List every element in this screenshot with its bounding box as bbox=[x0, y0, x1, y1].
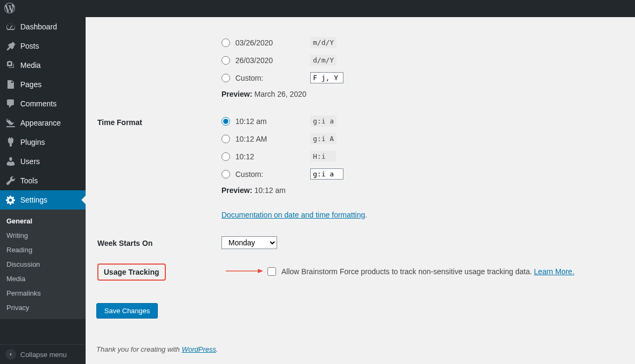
code-hint: d/m/Y bbox=[310, 55, 336, 66]
sidebar-label: Appearance bbox=[20, 119, 61, 127]
learn-more-link[interactable]: Learn More. bbox=[534, 267, 574, 276]
code-hint: H:i bbox=[310, 151, 336, 162]
date-option-mdY[interactable]: 03/26/2020 m/d/Y bbox=[221, 37, 618, 48]
sidebar-label: Dashboard bbox=[20, 22, 57, 31]
sidebar-item-comments[interactable]: Comments bbox=[0, 94, 86, 113]
comments-icon bbox=[5, 98, 16, 109]
code-hint: g:i a bbox=[310, 115, 336, 127]
radio-input[interactable] bbox=[221, 38, 230, 47]
save-button[interactable]: Save Changes bbox=[96, 303, 158, 319]
radio-input[interactable] bbox=[221, 56, 230, 65]
settings-submenu: General Writing Reading Discussion Media… bbox=[0, 210, 86, 319]
sidebar-label: Plugins bbox=[20, 138, 45, 146]
time-option-label: 10:12 am bbox=[235, 117, 310, 126]
sidebar-item-media[interactable]: Media bbox=[0, 56, 86, 75]
sidebar-label: Pages bbox=[20, 80, 42, 89]
collapse-menu[interactable]: Collapse menu bbox=[0, 344, 86, 364]
date-custom-input[interactable] bbox=[310, 72, 343, 83]
date-option-dmY[interactable]: 26/03/2020 d/m/Y bbox=[221, 55, 618, 66]
sidebar-label: Comments bbox=[20, 99, 57, 108]
sidebar-item-tools[interactable]: Tools bbox=[0, 171, 86, 190]
sidebar-label: Settings bbox=[20, 196, 48, 204]
plugins-icon bbox=[5, 137, 16, 148]
pages-icon bbox=[5, 79, 16, 90]
admin-sidebar: Dashboard Posts Media Pages Comments App… bbox=[0, 17, 86, 364]
wordpress-logo-icon[interactable] bbox=[4, 3, 15, 15]
media-icon bbox=[5, 60, 16, 71]
week-starts-select[interactable]: Monday bbox=[221, 236, 277, 249]
sidebar-label: Media bbox=[20, 61, 41, 69]
doc-link[interactable]: Documentation on date and time formattin… bbox=[221, 211, 365, 219]
sidebar-label: Users bbox=[20, 157, 40, 166]
submenu-privacy[interactable]: Privacy bbox=[0, 300, 86, 315]
time-option-Hi[interactable]: 10:12 H:i bbox=[221, 151, 618, 162]
custom-label: Custom: bbox=[235, 74, 310, 82]
usage-tracking-label: Allow Brainstorm Force products to track… bbox=[281, 267, 532, 276]
sidebar-item-posts[interactable]: Posts bbox=[0, 36, 86, 56]
arrow-icon bbox=[226, 268, 263, 276]
svg-marker-1 bbox=[258, 269, 263, 273]
sidebar-item-plugins[interactable]: Plugins bbox=[0, 133, 86, 152]
users-icon bbox=[5, 156, 16, 167]
submenu-reading[interactable]: Reading bbox=[0, 243, 86, 257]
submenu-writing[interactable]: Writing bbox=[0, 228, 86, 243]
sidebar-item-pages[interactable]: Pages bbox=[0, 75, 86, 94]
sidebar-item-users[interactable]: Users bbox=[0, 152, 86, 171]
date-option-label: 26/03/2020 bbox=[235, 56, 310, 65]
time-option-label: 10:12 bbox=[235, 152, 310, 161]
submenu-media[interactable]: Media bbox=[0, 272, 86, 286]
date-preview: Preview: March 26, 2020 bbox=[221, 90, 618, 98]
sidebar-item-appearance[interactable]: Appearance bbox=[0, 113, 86, 133]
time-option-gia[interactable]: 10:12 am g:i a bbox=[221, 115, 618, 127]
date-option-custom[interactable]: Custom: bbox=[221, 72, 618, 83]
radio-input[interactable] bbox=[221, 74, 230, 82]
radio-input[interactable] bbox=[221, 135, 230, 143]
time-option-label: 10:12 AM bbox=[235, 135, 310, 143]
sidebar-label: Tools bbox=[20, 176, 38, 185]
settings-icon bbox=[5, 195, 16, 205]
radio-input[interactable] bbox=[221, 117, 230, 126]
submenu-general[interactable]: General bbox=[0, 214, 86, 228]
custom-label: Custom: bbox=[235, 170, 310, 179]
week-starts-heading: Week Starts On bbox=[97, 228, 215, 258]
wordpress-link[interactable]: WordPress bbox=[182, 345, 216, 353]
time-preview: Preview: 10:12 am bbox=[221, 186, 618, 195]
usage-tracking-checkbox[interactable] bbox=[267, 267, 276, 276]
time-format-heading: Time Format bbox=[97, 107, 215, 227]
pin-icon bbox=[5, 41, 16, 51]
radio-input[interactable] bbox=[221, 152, 230, 161]
code-hint: m/d/Y bbox=[310, 37, 336, 48]
tools-icon bbox=[5, 175, 16, 186]
sidebar-item-dashboard[interactable]: Dashboard bbox=[0, 17, 86, 36]
code-hint: g:i A bbox=[310, 133, 336, 144]
time-custom-input[interactable] bbox=[310, 168, 343, 180]
time-option-giA[interactable]: 10:12 AM g:i A bbox=[221, 133, 618, 144]
sidebar-label: Posts bbox=[20, 42, 39, 50]
dashboard-icon bbox=[5, 21, 16, 32]
submenu-discussion[interactable]: Discussion bbox=[0, 257, 86, 272]
sidebar-item-settings[interactable]: Settings bbox=[0, 190, 86, 210]
appearance-icon bbox=[5, 118, 16, 128]
submenu-permalinks[interactable]: Permalinks bbox=[0, 286, 86, 300]
footer-note: Thank you for creating with WordPress. bbox=[96, 345, 624, 353]
content-area: 03/26/2020 m/d/Y 26/03/2020 d/m/Y Custom… bbox=[86, 17, 635, 364]
collapse-icon bbox=[5, 349, 16, 360]
usage-tracking-heading: Usage Tracking bbox=[97, 264, 166, 281]
radio-input[interactable] bbox=[221, 170, 230, 179]
date-option-label: 03/26/2020 bbox=[235, 38, 310, 47]
admin-bar bbox=[0, 0, 635, 17]
time-option-custom[interactable]: Custom: bbox=[221, 168, 618, 180]
